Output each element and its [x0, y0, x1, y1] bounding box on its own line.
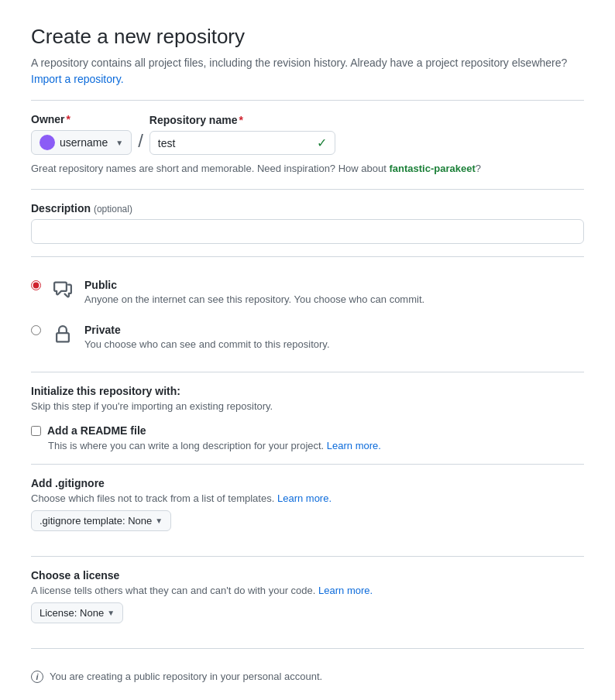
gitignore-dropdown[interactable]: .gitignore template: None ▼	[31, 510, 171, 531]
import-link[interactable]: Import a repository.	[31, 73, 124, 85]
readme-desc: This is where you can write a long descr…	[48, 440, 584, 451]
license-title: Choose a license	[31, 569, 584, 582]
slash-separator: /	[138, 130, 143, 155]
divider-license	[31, 556, 584, 557]
readme-checkbox[interactable]	[31, 426, 41, 436]
check-icon: ✓	[317, 136, 327, 150]
readme-learn-more-link[interactable]: Learn more.	[327, 440, 381, 451]
private-option: Private You choose who can see and commi…	[31, 314, 584, 359]
init-section: Initialize this repository with: Skip th…	[31, 385, 584, 636]
public-text: Public Anyone on the internet can see th…	[84, 279, 424, 305]
gitignore-desc: Choose which files not to track from a l…	[31, 492, 584, 504]
suggestion-link[interactable]: fantastic-parakeet	[389, 163, 475, 174]
private-text: Private You choose who can see and commi…	[84, 324, 330, 350]
description-label: Description (optional)	[31, 202, 584, 214]
repo-name-wrapper: ✓	[149, 131, 335, 155]
gitignore-dropdown-label: .gitignore template: None	[40, 515, 152, 527]
owner-avatar	[40, 135, 55, 150]
divider-info	[31, 648, 584, 649]
divider-gitignore	[31, 464, 584, 465]
repo-name-label: Repository name*	[149, 114, 335, 126]
license-dropdown[interactable]: License: None ▼	[31, 602, 123, 623]
init-subtitle: Skip this step if you're importing an ex…	[31, 400, 584, 412]
license-learn-more-link[interactable]: Learn more.	[318, 585, 373, 596]
divider-visibility	[31, 256, 584, 257]
repo-name-input[interactable]	[158, 137, 312, 149]
readme-row: Add a README file	[31, 424, 584, 437]
owner-label: Owner*	[31, 113, 132, 125]
public-option: Public Anyone on the internet can see th…	[31, 269, 584, 314]
divider-desc	[31, 189, 584, 190]
public-radio[interactable]	[31, 280, 41, 290]
info-row: i You are creating a public repository i…	[31, 661, 584, 692]
description-input[interactable]	[31, 219, 584, 244]
chevron-down-icon: ▼	[115, 139, 123, 147]
chevron-down-icon: ▼	[107, 609, 115, 617]
repo-name-hint: Great repository names are short and mem…	[31, 161, 584, 177]
public-icon	[50, 277, 75, 302]
gitignore-learn-more-link[interactable]: Learn more.	[277, 492, 332, 504]
page-subtitle: A repository contains all project files,…	[31, 55, 584, 88]
visibility-section: Public Anyone on the internet can see th…	[31, 269, 584, 359]
page-title: Create a new repository	[31, 25, 584, 49]
info-icon: i	[31, 671, 43, 683]
gitignore-title: Add .gitignore	[31, 477, 584, 489]
owner-dropdown[interactable]: username ▼	[31, 130, 132, 155]
info-message: You are creating a public repository in …	[50, 671, 322, 682]
private-radio[interactable]	[31, 325, 41, 335]
chevron-down-icon: ▼	[155, 516, 163, 525]
readme-label[interactable]: Add a README file	[47, 424, 146, 437]
init-title: Initialize this repository with:	[31, 385, 584, 397]
divider-init	[31, 372, 584, 372]
owner-name: username	[60, 136, 108, 149]
license-desc: A license tells others what they can and…	[31, 585, 584, 596]
license-dropdown-label: License: None	[40, 607, 104, 619]
private-icon	[50, 322, 75, 347]
divider-top	[31, 100, 584, 101]
